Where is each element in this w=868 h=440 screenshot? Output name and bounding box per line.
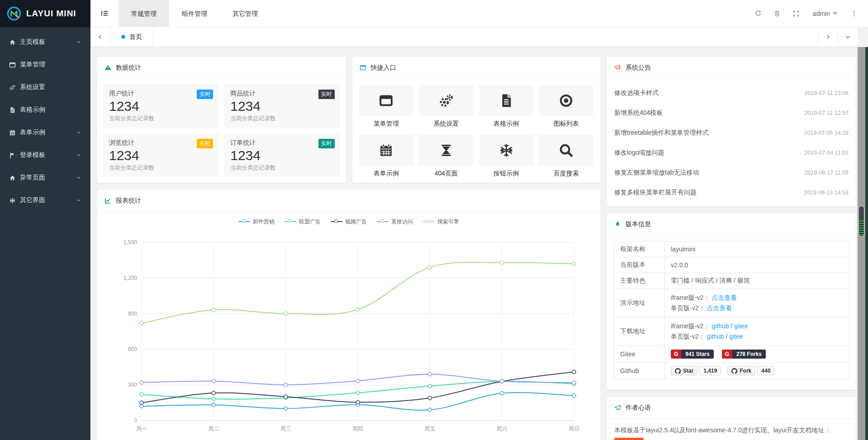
quick-entry-panel: 快捷入口 菜单管理 系统设置 表格示例 — [352, 57, 601, 183]
refresh-button[interactable] — [749, 0, 768, 27]
nav-tab-other[interactable]: 其它管理 — [220, 0, 270, 27]
scrollbar-track[interactable] — [858, 47, 865, 440]
tabs-scroll-right-button[interactable] — [818, 27, 838, 47]
collapse-sidebar-button[interactable] — [90, 0, 119, 27]
clear-cache-button[interactable] — [768, 0, 787, 27]
nav-tab-components[interactable]: 组件管理 — [169, 0, 220, 27]
tab-home[interactable]: 首页 — [110, 27, 153, 47]
brand-logo: LAYUI MINI — [0, 0, 90, 27]
github-fork-count[interactable]: 440 — [757, 366, 774, 375]
window-icon — [360, 64, 366, 71]
scrollbar-thumb[interactable] — [859, 206, 864, 236]
sidebar-item-menu-management[interactable]: 菜单管理 — [0, 53, 90, 76]
layui-mini-logo-icon — [6, 6, 22, 21]
announcement-item[interactable]: 修改logo缩放问题 2019-07-04 11:02 — [614, 143, 849, 163]
chevron-down-icon — [845, 34, 851, 40]
github-icon — [675, 368, 681, 374]
data-statistics-panel: 数据统计 用户统计 实时 1234 当前分类总记录数 商品统计 实时 1234 — [97, 57, 346, 183]
stat-card-orders: 订单统计 实时 1234 当前分类总记录数 — [224, 133, 340, 177]
layui-doc-badge[interactable]: layui文档 — [614, 438, 644, 440]
svg-text:1,200: 1,200 — [123, 275, 137, 281]
demo-spa-link[interactable]: 点击查看 — [707, 304, 732, 312]
sidebar: LAYUI MINI 主页模板 菜单管理 系统设置 表格示例 表单 — [0, 0, 90, 440]
report-line-chart: 周一周二周三周四周五周六周日03006009001,2001,500 — [104, 229, 593, 440]
demo-iframe-link[interactable]: 点击查看 — [711, 294, 737, 301]
nav-tab-general[interactable]: 常规管理 — [119, 0, 169, 27]
flag-icon — [9, 152, 16, 159]
legend-marker — [377, 221, 389, 222]
fullscreen-icon — [792, 10, 800, 17]
caret-down-icon — [833, 12, 837, 15]
sidebar-item-error-pages[interactable]: 异常页面 — [0, 166, 90, 189]
legend-item-direct[interactable]: 直接访问 — [377, 218, 413, 226]
announcement-item[interactable]: 修复多模块菜单栏展开有问题 2019-06-13 14:53 — [614, 183, 849, 203]
stat-value: 1234 — [109, 147, 212, 164]
legend-item-search[interactable]: 搜索引擎 — [423, 218, 459, 226]
github-star-button[interactable]: Star — [671, 366, 697, 375]
github-fork-button[interactable]: Fork — [727, 366, 755, 375]
svg-text:周三: 周三 — [280, 426, 291, 432]
file-icon — [9, 107, 16, 114]
quick-entry-grid: 菜单管理 系统设置 表格示例 图标列表 — [352, 79, 601, 184]
tabs-dropdown-button[interactable] — [838, 27, 858, 47]
brand-text: LAYUI MINI — [26, 9, 76, 19]
tabs-scroll-left-button[interactable] — [90, 27, 110, 47]
download-gitee-link[interactable]: gitee — [729, 333, 743, 340]
svg-text:周五: 周五 — [424, 426, 435, 432]
sidebar-item-home-template[interactable]: 主页模板 — [0, 31, 90, 53]
legend-marker — [238, 221, 250, 222]
paper-plane-icon — [614, 404, 621, 411]
quick-item-baidu-search[interactable]: 百度搜索 — [539, 135, 593, 178]
top-header: 常规管理 组件管理 其它管理 admin — [90, 0, 868, 27]
active-tab-dot — [121, 35, 125, 39]
quick-entry-header: 快捷入口 — [352, 57, 601, 79]
more-options-button[interactable] — [844, 0, 863, 27]
stat-value: 1234 — [230, 98, 333, 115]
announcement-item[interactable]: 修复左侧菜单缩放tab无法移动 2019-06-17 11:55 — [614, 163, 849, 183]
system-announcement-panel: 系统公告 修改选项卡样式 2019-07-11 23:06 新增系统404模板 … — [607, 57, 856, 206]
gitee-logo-icon: G — [722, 350, 732, 359]
refresh-icon — [754, 10, 762, 17]
quick-item-icons[interactable]: 图标列表 — [539, 85, 593, 128]
svg-text:600: 600 — [128, 346, 137, 352]
sidebar-item-other-pages[interactable]: 其它界面 — [0, 189, 90, 212]
sidebar-menu: 主页模板 菜单管理 系统设置 表格示例 表单示例 登录 — [0, 27, 90, 212]
announcement-item[interactable]: 修改选项卡样式 2019-07-11 23:06 — [614, 83, 849, 103]
window-icon — [9, 62, 16, 68]
sidebar-item-system-settings[interactable]: 系统设置 — [0, 76, 90, 99]
user-menu[interactable]: admin — [806, 0, 844, 27]
sidebar-item-login-template[interactable]: 登录模板 — [0, 144, 90, 166]
quick-item-table[interactable]: 表格示例 — [479, 85, 534, 128]
legend-item-video[interactable]: 视频广告 — [331, 218, 367, 226]
version-info-panel: 版本信息 框架名称 layuimini 当前版本 v2.0.0 主要特色 — [607, 213, 856, 390]
download-github-link[interactable]: github — [707, 333, 724, 340]
author-words-header: 作者心语 — [607, 397, 856, 419]
quick-item-menu[interactable]: 菜单管理 — [359, 85, 414, 128]
svg-text:0: 0 — [134, 417, 137, 424]
announcement-item[interactable]: 新增treetable插件和菜单管理样式 2019-07-05 14:28 — [614, 123, 849, 143]
stat-value: 1234 — [230, 147, 333, 164]
github-star-count[interactable]: 1,419 — [699, 366, 721, 375]
quick-item-buttons[interactable]: 按钮示例 — [479, 135, 534, 178]
legend-item-email[interactable]: 邮件营销 — [238, 218, 275, 226]
gitee-logo-icon: G — [671, 350, 681, 359]
download-github-link[interactable]: github — [711, 322, 729, 330]
announcement-item[interactable]: 新增系统404模板 2019-07-11 12:57 — [614, 103, 849, 123]
quick-item-settings[interactable]: 系统设置 — [419, 85, 474, 128]
svg-text:周日: 周日 — [569, 426, 579, 432]
quick-item-404[interactable]: 404页面 — [419, 135, 474, 178]
line-chart-icon — [104, 197, 111, 204]
leaf-icon — [614, 221, 621, 227]
header-actions: admin — [749, 0, 868, 27]
calendar-icon — [379, 143, 394, 158]
quick-item-form[interactable]: 表单示例 — [359, 135, 414, 178]
svg-text:900: 900 — [128, 311, 137, 317]
sidebar-item-table-example[interactable]: 表格示例 — [0, 99, 90, 121]
legend-item-affiliate[interactable]: 联盟广告 — [285, 218, 321, 226]
status-badge: 实时 — [318, 90, 335, 99]
sidebar-item-form-example[interactable]: 表单示例 — [0, 121, 90, 144]
download-gitee-link[interactable]: gitee — [734, 322, 748, 330]
gitee-stars-badge[interactable]: G941 Stars — [671, 350, 714, 359]
gitee-forks-badge[interactable]: G278 Forks — [722, 350, 766, 359]
fullscreen-button[interactable] — [787, 0, 806, 27]
